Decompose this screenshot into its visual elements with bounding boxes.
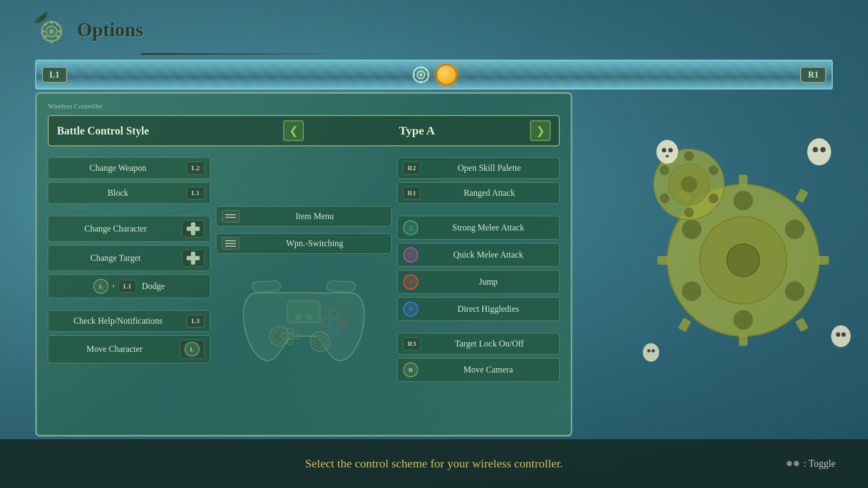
svg-rect-17	[420, 81, 422, 83]
change-weapon-label: Change Weapon	[54, 163, 182, 173]
check-help-row: Check Help/Notifications L3	[48, 310, 210, 332]
svg-rect-20	[414, 68, 417, 70]
battle-control-style-row: Battle Control Style ❮ Type A ❯	[48, 115, 560, 146]
move-char-analog: L	[184, 342, 200, 357]
target-lock-label: Target Lock On/Off	[425, 339, 554, 349]
ranged-attack-badge: R1	[403, 187, 420, 200]
target-lock-row: R3 Target Lock On/Off	[397, 333, 560, 355]
toggle-label: : Toggle	[803, 458, 835, 470]
block-label: Block	[54, 188, 182, 198]
strong-melee-label: Strong Melee Attack	[423, 223, 554, 233]
dodge-row: L + L1 Dodge	[48, 274, 210, 298]
svg-point-13	[413, 67, 429, 82]
change-weapon-badge: L2	[187, 162, 205, 175]
tab-icons	[411, 64, 457, 86]
tab-gear-icon[interactable]	[411, 65, 431, 85]
item-menu-row: Item Menu	[216, 206, 392, 227]
jump-label: Jump	[423, 277, 554, 287]
page-title: Options	[77, 18, 143, 41]
toggle-dots	[787, 461, 799, 466]
change-character-label: Change Character	[54, 224, 177, 234]
jump-row: ○ Jump	[397, 270, 560, 294]
dot-1	[787, 461, 792, 466]
move-character-row: Move Character L	[48, 335, 210, 363]
move-character-badge: L	[180, 339, 205, 359]
spacer-1	[48, 207, 210, 213]
ranged-attack-label: Ranged Attack	[425, 188, 554, 198]
circle-badge: ○	[403, 274, 418, 290]
change-character-row: Change Character	[48, 216, 210, 242]
controls-area: Change Weapon L2 Block L1 Change Charact…	[48, 157, 560, 428]
triangle-badge: △	[403, 220, 418, 235]
svg-rect-18	[413, 74, 415, 75]
open-skill-badge: R2	[403, 162, 420, 175]
bottom-bar: Select the control scheme for your wirel…	[0, 439, 868, 488]
svg-point-14	[417, 71, 425, 79]
check-help-badge: L3	[187, 314, 205, 328]
item-menu-label: Item Menu	[244, 211, 386, 221]
options-line-2	[225, 243, 235, 244]
spacer-2	[48, 301, 210, 307]
next-type-button[interactable]: ❯	[530, 120, 551, 141]
tab-coin-icon[interactable]	[436, 64, 457, 86]
svg-rect-23	[425, 79, 427, 81]
svg-rect-6	[50, 40, 53, 43]
svg-rect-16	[420, 67, 422, 69]
change-weapon-row: Change Weapon L2	[48, 157, 210, 179]
header: Options	[33, 11, 143, 49]
block-row: Block L1	[48, 182, 210, 204]
move-character-label: Move Character	[54, 344, 175, 354]
check-help-label: Check Help/Notifications	[54, 316, 182, 326]
change-target-badge	[182, 249, 205, 267]
svg-point-35	[296, 314, 301, 320]
svg-rect-7	[42, 30, 45, 33]
svg-rect-8	[58, 30, 61, 33]
ranged-attack-row: R1 Ranged Attack	[397, 182, 560, 204]
cross-badge: ✕	[403, 301, 418, 317]
svg-point-28	[314, 335, 327, 348]
l1-badge: L1	[118, 280, 136, 293]
controller-diagram	[236, 260, 372, 380]
dodge-label: L + L1 Dodge	[54, 279, 205, 294]
svg-point-15	[420, 73, 423, 76]
wpn-switching-label: Wpn.-Switching	[244, 239, 386, 248]
svg-point-36	[307, 314, 312, 320]
main-panel: Wireless Controller Battle Control Style…	[35, 92, 572, 436]
title-underline	[141, 53, 347, 55]
dot-2	[794, 461, 799, 466]
share-line-2	[225, 217, 235, 218]
block-badge: L1	[187, 187, 205, 200]
target-lock-badge: R3	[403, 337, 420, 350]
open-skill-row: R2 Open Skill Palette	[397, 157, 560, 179]
open-skill-label: Open Skill Palette	[425, 163, 554, 173]
direct-higgledies-row: ✕ Direct Higgledies	[397, 297, 560, 321]
options-line-1	[225, 240, 235, 241]
share-line-1	[225, 214, 235, 215]
svg-point-4	[49, 29, 54, 34]
tab-bar: L1 R1	[35, 60, 833, 89]
center-col: Item Menu Wpn.-Switching	[216, 157, 392, 428]
spacer-3	[397, 207, 560, 213]
options-icon	[222, 237, 239, 249]
left-controls: Change Weapon L2 Block L1 Change Charact…	[48, 157, 210, 428]
change-character-badge	[182, 220, 205, 237]
svg-rect-30	[282, 333, 298, 339]
share-icon	[222, 210, 239, 222]
toggle-hint: : Toggle	[787, 458, 835, 470]
change-target-row: Change Target	[48, 245, 210, 271]
svg-rect-19	[427, 74, 429, 75]
options-line-3	[225, 246, 235, 247]
svg-rect-5	[50, 21, 53, 24]
gear-icon	[33, 11, 71, 49]
wpn-switching-row: Wpn.-Switching	[216, 233, 392, 254]
prev-type-button[interactable]: ❮	[283, 120, 304, 141]
move-camera-label: Move Camera	[423, 365, 554, 375]
tab-l1[interactable]: L1	[42, 67, 67, 83]
right-controls: R2 Open Skill Palette R1 Ranged Attack △…	[397, 157, 560, 428]
svg-rect-22	[414, 79, 417, 81]
tab-r1[interactable]: R1	[800, 67, 826, 83]
svg-rect-24	[288, 301, 320, 323]
square-badge: □	[403, 247, 418, 262]
bottom-hint-text: Select the control scheme for your wirel…	[305, 457, 563, 471]
r-analog-badge: R	[403, 362, 418, 377]
